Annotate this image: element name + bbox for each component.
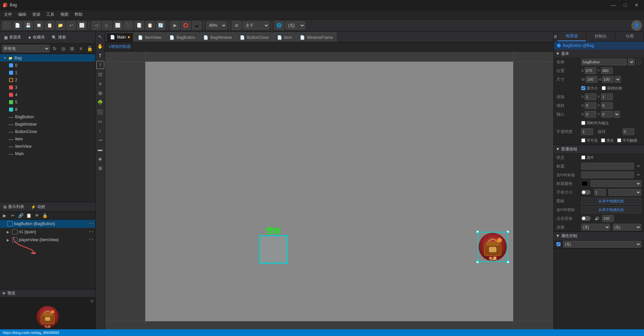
dl-copy-btn[interactable]: 📋 [25,212,32,219]
selected-title-edit-btn[interactable]: ✏ [636,172,641,178]
toolbar-btn-5[interactable]: 📋 [45,21,54,30]
tool-btn-group[interactable]: ⊞ [96,164,104,172]
tree-item-bagwindow[interactable]: — BagWindow [0,121,95,128]
dl-play-btn[interactable]: ▶ [1,212,8,219]
tool-text-input[interactable]: T [96,61,104,69]
click-sound-switch[interactable] [581,216,591,221]
canvas-bag-element[interactable]: 包裹 [478,232,508,262]
status-url[interactable]: https://blog.csdn.net/qq_46649692 [3,331,59,335]
tab-search[interactable]: 🔍 搜索 [50,34,68,41]
menu-edit[interactable]: 编辑 [15,11,29,18]
add-controller-btn[interactable]: 增加控制器 [111,44,131,50]
toolbar-btn-6[interactable]: 📁 [56,21,65,30]
tree-item-2[interactable]: 2 [0,76,95,84]
toolbar-btn-globe[interactable]: 🌐 [274,21,284,30]
menu-tools[interactable]: 工具 [44,11,57,18]
selected-icon-drop-area[interactable]: 从库中拖拽到此 [581,206,641,213]
axis-x-input[interactable] [585,111,596,118]
zoom-select[interactable]: 80% 100% 50% [206,21,227,29]
lang-select[interactable]: (无) [285,21,305,29]
dl-link-btn[interactable]: 🔗 [17,212,24,219]
tab-main[interactable]: 📄 Main [106,32,133,42]
keep-ratio-check[interactable] [602,86,606,90]
preview-settings-icon[interactable]: ⚙ [90,299,94,304]
tree-item-4[interactable]: ✕ 4 [0,91,95,98]
package-dropdown[interactable]: 所有包 [2,45,50,52]
tool-input[interactable]: ▭ [96,117,104,125]
tool-list[interactable]: ≡ [96,80,104,88]
opacity-input[interactable] [581,128,593,135]
connect-select-1[interactable]: (无) [581,224,610,230]
tree-item-buttonclose[interactable]: — ButtonClose [0,128,95,135]
close-button[interactable]: ✕ [632,2,641,8]
canvas-box-element[interactable] [259,235,288,264]
name-input[interactable] [581,59,627,65]
pos-y-input[interactable] [601,67,613,74]
maximize-button[interactable]: □ [621,2,629,8]
pkg-cols-btn[interactable]: ≡ [77,45,85,52]
invisible-check[interactable] [581,138,585,142]
font-size-extra[interactable] [608,189,641,196]
tool-table[interactable]: ⊞ [96,89,104,97]
tree-item-item[interactable]: — Item [0,135,95,143]
toolbar-btn-device[interactable]: 📱 [192,21,201,30]
selected-title-input[interactable] [581,172,634,178]
tree-item-0[interactable]: 0 [0,62,95,69]
dl-lock-btn[interactable]: 🔒 [42,212,48,219]
axis-options[interactable] [614,111,620,118]
toolbar-btn-redo[interactable]: ▷ [102,21,112,30]
toolbar-btn-1[interactable]: ⬛ [2,21,11,30]
toolbar-btn-paste[interactable]: 📋 [145,21,155,30]
pkg-lock-btn[interactable]: 🔒 [86,45,93,52]
toolbar-btn-undo[interactable]: ◁ [92,21,101,30]
tool-slider[interactable]: ⊸ [96,136,104,144]
tool-scroll[interactable]: ↕ [96,127,104,135]
dl-item-n1[interactable]: ▶ n1 {quan} • • [0,228,95,236]
icon-drop-area[interactable]: 从库中拖拽到此 [581,198,641,205]
original-size-check[interactable] [581,86,585,90]
tab-item[interactable]: 📄 Item [273,32,296,42]
tree-item-itemview[interactable]: — ItemView [0,143,95,150]
title-input[interactable] [581,163,634,170]
tool-combo[interactable]: ⬛ [96,108,104,116]
tree-item-bagbutton[interactable]: — BagButton [0,113,95,121]
toolbar-btn-user[interactable]: 👤 [631,20,642,31]
rt-tab-console[interactable]: 控制台 [586,31,615,41]
title-color-extra[interactable] [591,180,641,187]
tool-crop[interactable]: ⊡ [96,70,104,78]
toolbar-btn-8[interactable]: ⬜ [77,21,87,30]
size-options[interactable] [615,76,621,83]
toolbar-btn-send-back[interactable]: ⬜ [113,21,122,30]
toolbar-btn-copy[interactable]: 📑 [135,21,144,30]
font-size-switch[interactable] [581,190,591,195]
anchor-check[interactable] [581,121,585,125]
tab-animation[interactable]: ⚡ 动效 [30,203,47,210]
dl-eye-btn[interactable]: 👁 [34,212,40,219]
pkg-split-btn[interactable]: ⊞ [68,45,76,52]
tab-asset-library[interactable]: ▦ 资源库 [2,34,23,41]
title-edit-btn[interactable]: ✏ [636,163,641,169]
tab-bagwindow[interactable]: 📄 BagWindow [200,32,235,42]
state-check[interactable] [581,155,585,159]
dl-item-playerview[interactable]: ▶ playerView {ItemView} • • [0,236,95,244]
toolbar-btn-bring-front[interactable]: ⬛ [124,21,133,30]
scale-x-input[interactable] [585,93,596,100]
rt-tab-inspector[interactable]: 检查器 [557,31,586,41]
toolbar-btn-2[interactable]: 📄 [13,21,22,30]
toolbar-btn-play[interactable]: ▶ [170,21,180,30]
canvas-area[interactable]: 空白 [105,52,553,331]
toolbar-btn-grid[interactable]: ⊞ [232,21,241,30]
tab-display-list[interactable]: ⊞ 显示列表 [2,203,25,210]
tilt-x-input[interactable] [585,102,596,109]
tree-item-5[interactable]: 5 [0,98,95,106]
prop-visible-check[interactable] [556,242,560,246]
tilt-y-input[interactable] [601,102,613,109]
prop-dropdown[interactable]: (无) [563,241,641,248]
menu-assets[interactable]: 资源 [30,11,43,18]
tool-hand[interactable]: ✋ [96,42,104,50]
tab-favorites[interactable]: ★ 收藏夹 [26,34,47,41]
toolbar-btn-stop[interactable]: ⭕ [181,21,191,30]
section-button-header[interactable]: ▼ 普通按钮 [554,145,644,153]
name-info-btn[interactable]: i [636,59,641,65]
size-w-input[interactable] [586,76,597,83]
